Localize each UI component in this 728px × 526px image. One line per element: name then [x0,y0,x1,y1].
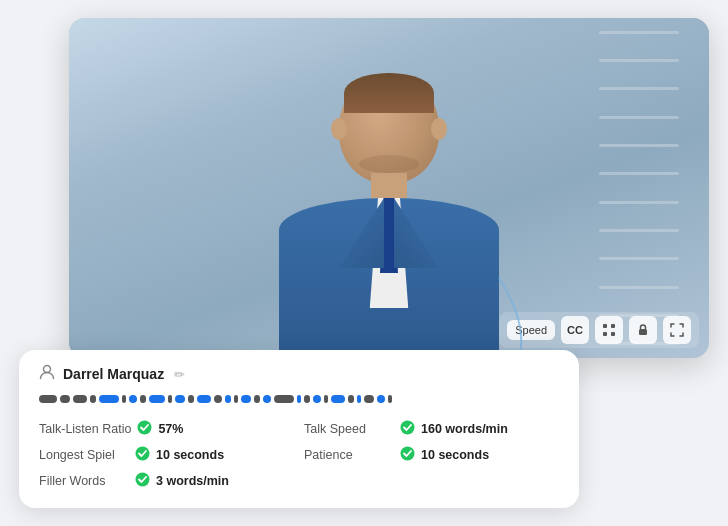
svg-point-8 [136,447,150,461]
svg-point-10 [136,473,150,487]
stat-row-talk-listen: Talk-Listen Ratio 57% [39,418,294,440]
timeline-segment [140,395,146,403]
user-name: Darrel Marquaz [63,366,164,382]
svg-point-5 [44,366,51,373]
timeline-segment [254,395,260,403]
timeline-segment [168,395,172,403]
video-card: Speed CC [69,18,709,358]
stat-label-patience: Patience [304,448,394,462]
timeline-segment [304,395,310,403]
blind-slat [599,229,679,232]
timeline-segment [122,395,126,403]
person-neck [371,173,407,198]
stat-label-longest-spiel: Longest Spiel [39,448,129,462]
stat-check-patience [400,446,415,464]
timeline-segment [313,395,321,403]
blind-slat [599,87,679,90]
stat-value-longest-spiel: 10 seconds [156,448,224,462]
blind-slat [599,257,679,260]
person-body [279,198,499,358]
person-head [339,73,439,183]
stat-value-talk-speed: 160 words/min [421,422,508,436]
cc-label: CC [567,324,583,336]
info-card: Darrel Marquaz ✏ Talk-Listen Ratio 57% T… [19,350,579,508]
stat-label-talk-listen: Talk-Listen Ratio [39,422,131,436]
grid-button[interactable] [595,316,623,344]
timeline-segment [129,395,137,403]
timeline-segment [274,395,294,403]
stats-grid: Talk-Listen Ratio 57% Talk Speed 160 wor… [39,418,559,492]
stat-value-talk-listen: 57% [158,422,183,436]
person-figure [279,63,499,358]
timeline-segment [234,395,238,403]
timeline-segment [377,395,385,403]
grid-icon [602,323,616,337]
blind-slat [599,116,679,119]
stat-label-filler-words: Filler Words [39,474,129,488]
svg-rect-4 [639,329,647,335]
lock-button[interactable] [629,316,657,344]
stat-check-filler-words [135,472,150,490]
stat-row-longest-spiel: Longest Spiel 10 seconds [39,444,294,466]
stat-value-filler-words: 3 words/min [156,474,229,488]
blind-slat [599,201,679,204]
stat-check-talk-listen [137,420,152,438]
svg-rect-3 [611,332,615,336]
timeline-segment [188,395,194,403]
blind-slat [599,286,679,289]
timeline-segment [297,395,301,403]
stat-check-talk-speed [400,420,415,438]
svg-rect-2 [603,332,607,336]
timeline-segment [331,395,345,403]
blind-slat [599,31,679,34]
timeline-segment [149,395,165,403]
speed-button[interactable]: Speed [507,320,555,340]
stat-row-filler-words: Filler Words 3 words/min [39,470,294,492]
timeline-segment [73,395,87,403]
timeline-segment [241,395,251,403]
timeline-segment [348,395,354,403]
stat-row-talk-speed: Talk Speed 160 words/min [304,418,559,440]
timeline-segment [225,395,231,403]
timeline-segment [388,395,392,403]
blind-slat [599,172,679,175]
svg-point-9 [401,447,415,461]
fullscreen-icon [670,323,684,337]
timeline-segment [99,395,119,403]
edit-icon[interactable]: ✏ [174,367,185,382]
timeline-segment [175,395,185,403]
timeline-segment [324,395,328,403]
video-toolbar: Speed CC [499,312,699,348]
svg-rect-1 [611,324,615,328]
timeline-segment [214,395,222,403]
stat-check-longest-spiel [135,446,150,464]
timeline-bar [39,392,559,406]
svg-point-7 [401,421,415,435]
main-container: Speed CC [19,18,709,508]
stat-row-patience: Patience 10 seconds [304,444,559,466]
user-icon [39,364,55,384]
blind-slat [599,59,679,62]
timeline-segment [357,395,361,403]
blind-slat [599,144,679,147]
fullscreen-button[interactable] [663,316,691,344]
timeline-segment [90,395,96,403]
video-background [69,18,709,358]
cc-button[interactable]: CC [561,316,589,344]
stat-value-patience: 10 seconds [421,448,489,462]
svg-rect-0 [603,324,607,328]
timeline-segment [39,395,57,403]
timeline-segment [197,395,211,403]
lock-icon [636,323,650,337]
timeline-segment [263,395,271,403]
timeline-segment [60,395,70,403]
info-header: Darrel Marquaz ✏ [39,364,559,384]
stat-label-talk-speed: Talk Speed [304,422,394,436]
blinds-decoration [599,18,679,358]
timeline-segment [364,395,374,403]
svg-point-6 [138,421,152,435]
